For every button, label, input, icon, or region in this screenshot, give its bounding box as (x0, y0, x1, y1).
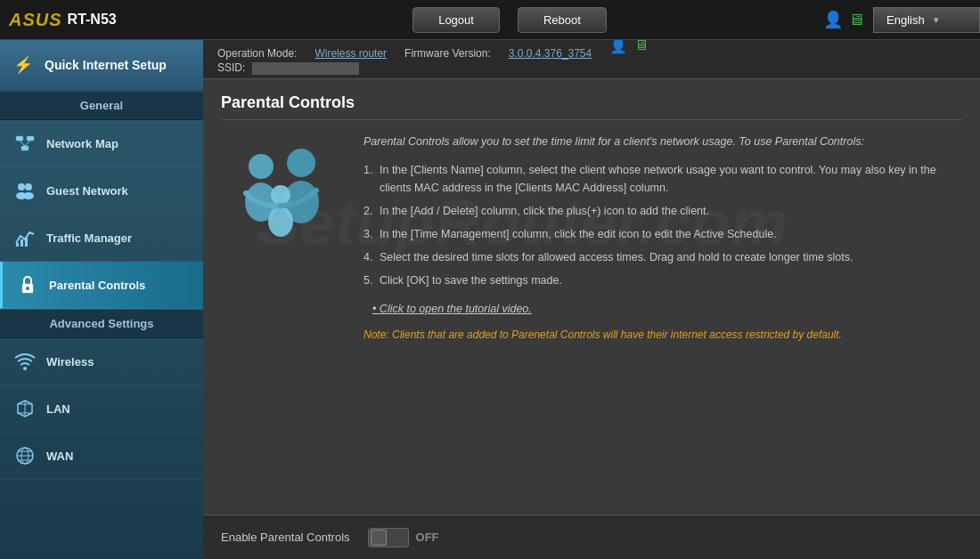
reboot-button[interactable]: Reboot (518, 7, 607, 33)
svg-point-25 (268, 207, 293, 237)
logo-area: ASUS RT-N53 (0, 10, 205, 30)
wireless-icon (12, 349, 37, 374)
page-content: Parental Controls SetupRouter.com (203, 79, 980, 514)
firmware-label: Firmware Version: (404, 47, 491, 60)
svg-point-6 (25, 183, 32, 190)
tutorial-link[interactable]: Click to open the tutorial video. (363, 300, 962, 318)
step-2: In the [Add / Delete] column, click the … (363, 202, 962, 220)
operation-mode-value[interactable]: Wireless router (314, 47, 387, 60)
svg-point-13 (26, 287, 29, 290)
sidebar-item-quick-setup[interactable]: ⚡ Quick Internet Setup (0, 40, 203, 91)
ssid-row: SSID: (217, 61, 966, 75)
main-layout: ⚡ Quick Internet Setup General Network M… (0, 40, 980, 559)
intro-text: Parental Controls allow you to set the t… (363, 133, 962, 150)
lan-icon (12, 396, 37, 421)
general-section-header: General (0, 91, 203, 120)
info-icons: 👤 🖥 (609, 40, 649, 54)
sidebar-item-label: Wireless (46, 355, 94, 369)
monitor-icon[interactable]: 🖥 (848, 11, 864, 29)
note-text: Note: Clients that are added to Pareneta… (363, 327, 962, 343)
asus-logo: ASUS (9, 10, 62, 30)
page-title: Parental Controls (221, 93, 962, 120)
info-bar: Operation Mode: Wireless router Firmware… (203, 40, 980, 79)
chevron-down-icon: ▼ (932, 15, 941, 25)
top-user-icons: 👤 🖥 (814, 10, 873, 29)
wan-icon (12, 443, 37, 468)
sidebar-item-label: Parental Controls (49, 279, 145, 292)
step-5: Click [OK] to save the settings made. (363, 271, 962, 289)
advanced-section-header: Advanced Settings (0, 309, 203, 338)
svg-rect-2 (21, 146, 29, 150)
top-bar: ASUS RT-N53 Logout Reboot 👤 🖥 English ▼ (0, 0, 980, 40)
bottom-bar: Enable Parental Controls OFF (203, 514, 980, 559)
toggle-thumb (371, 530, 387, 546)
language-selector[interactable]: English ▼ (873, 7, 980, 33)
enable-parental-label: Enable Parental Controls (221, 531, 350, 544)
quick-setup-label: Quick Internet Setup (45, 57, 167, 73)
ssid-value (252, 62, 359, 75)
svg-point-8 (23, 192, 34, 199)
sidebar-item-guest-network[interactable]: Guest Network (0, 167, 203, 215)
step-3: In the [Time Management] column, click t… (363, 225, 962, 243)
traffic-manager-icon (12, 225, 37, 250)
svg-point-20 (249, 154, 274, 179)
sidebar-item-label: WAN (46, 450, 73, 463)
sidebar-item-lan[interactable]: LAN (0, 385, 203, 433)
sidebar-item-label: LAN (46, 402, 70, 416)
svg-point-24 (271, 185, 290, 205)
top-right: 👤 🖥 English ▼ (814, 7, 980, 33)
language-label: English (886, 13, 925, 27)
sidebar-item-label: Traffic Manager (46, 231, 132, 245)
user-account-icon[interactable]: 👤 (609, 40, 627, 54)
step-1: In the [Clients Name] column, select the… (363, 161, 962, 197)
steps-list: In the [Clients Name] column, select the… (363, 161, 962, 289)
model-name: RT-N53 (68, 12, 117, 28)
parental-controls-toggle[interactable] (368, 528, 409, 547)
svg-rect-0 (16, 136, 23, 141)
svg-rect-11 (25, 238, 28, 247)
sidebar-item-label: Guest Network (46, 184, 128, 198)
sidebar: ⚡ Quick Internet Setup General Network M… (0, 40, 203, 559)
info-row: Operation Mode: Wireless router Firmware… (217, 47, 966, 60)
toggle-state-label: OFF (416, 531, 439, 544)
logout-button[interactable]: Logout (412, 7, 500, 33)
svg-rect-10 (20, 239, 23, 247)
content-body: SetupRouter.com (221, 133, 962, 343)
svg-rect-9 (16, 243, 19, 247)
ssid-label: SSID: (217, 61, 245, 74)
step-4: Select the desired time slots for allowe… (363, 248, 962, 266)
sidebar-item-parental-controls[interactable]: Parental Controls (0, 262, 203, 309)
display-icon[interactable]: 🖥 (634, 40, 649, 54)
svg-rect-1 (27, 136, 34, 141)
sidebar-item-wan[interactable]: WAN (0, 433, 203, 480)
firmware-version: 3.0.0.4.376_3754 (509, 47, 592, 60)
sidebar-item-network-map[interactable]: Network Map (0, 120, 203, 167)
sidebar-item-traffic-manager[interactable]: Traffic Manager (0, 215, 203, 262)
svg-point-22 (287, 149, 315, 177)
family-icon-area (221, 133, 346, 343)
description-area: Parental Controls allow you to set the t… (363, 133, 962, 343)
operation-mode-label: Operation Mode: (217, 47, 297, 60)
svg-line-4 (25, 141, 30, 146)
user-icon[interactable]: 👤 (823, 10, 843, 29)
svg-point-14 (23, 367, 27, 370)
network-map-icon (12, 131, 37, 156)
sidebar-item-wireless[interactable]: Wireless (0, 338, 203, 385)
sidebar-item-label: Network Map (46, 137, 118, 150)
svg-line-3 (20, 141, 25, 146)
toggle-container: OFF (368, 528, 439, 547)
guest-network-icon (12, 178, 37, 203)
top-center-buttons: Logout Reboot (205, 7, 814, 33)
content-area: Operation Mode: Wireless router Firmware… (203, 40, 980, 559)
parental-controls-icon (15, 272, 40, 297)
quick-setup-icon: ⚡ (11, 53, 36, 77)
svg-point-5 (18, 183, 25, 190)
